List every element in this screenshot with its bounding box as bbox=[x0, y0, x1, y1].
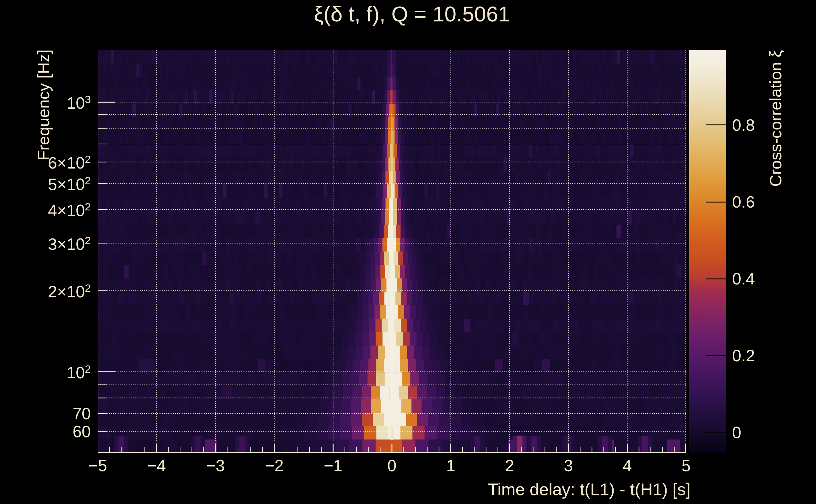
colorbar-label: Cross-correlation ξ bbox=[767, 50, 784, 187]
x-tick-label: −5 bbox=[72, 457, 123, 474]
x-tick-label: −3 bbox=[190, 457, 241, 474]
x-axis-label: Time delay: t(L1) - t(H1) [s] bbox=[488, 481, 691, 498]
x-tick-label: −2 bbox=[249, 457, 300, 474]
colorbar-tick-label: 0.2 bbox=[732, 347, 786, 364]
colorbar-tick-mark bbox=[706, 355, 726, 356]
y-tick-label: 70 bbox=[0, 405, 91, 422]
colorbar-tick-label: 0.6 bbox=[732, 194, 786, 210]
y-tick-label: 2×102 bbox=[0, 283, 91, 300]
colorbar-tick-label: 0.4 bbox=[732, 271, 786, 287]
y-tick-label: 103 bbox=[0, 94, 91, 111]
y-tick-label: 4×102 bbox=[0, 201, 91, 219]
x-tick-label: 0 bbox=[367, 457, 417, 474]
colorbar-tick-mark bbox=[706, 278, 726, 279]
qscan-cross-correlation-figure: ξ(δ t, f), Q = 10.5061 Frequency [Hz] 10… bbox=[0, 0, 816, 504]
colorbar-tick-label: 0 bbox=[732, 424, 786, 441]
x-tick-label: −4 bbox=[131, 457, 182, 474]
x-tick-label: 1 bbox=[426, 457, 476, 474]
y-tick-label: 6×102 bbox=[0, 154, 91, 171]
x-tick-label: 5 bbox=[661, 457, 711, 474]
x-tick-label: 4 bbox=[602, 457, 652, 474]
y-tick-label: 102 bbox=[0, 364, 91, 381]
correlation-heatmap bbox=[98, 50, 686, 453]
y-tick-label: 5×102 bbox=[0, 175, 91, 192]
x-tick-label: −1 bbox=[308, 457, 358, 474]
chart-title: ξ(δ t, f), Q = 10.5061 bbox=[98, 3, 726, 25]
colorbar-tick-mark bbox=[706, 202, 726, 203]
colorbar-tick-mark bbox=[706, 124, 726, 125]
x-tick-label: 3 bbox=[543, 457, 594, 474]
colorbar-gradient bbox=[689, 50, 726, 453]
y-tick-label: 60 bbox=[0, 423, 91, 440]
x-tick-label: 2 bbox=[484, 457, 535, 474]
colorbar-tick-mark bbox=[706, 432, 726, 433]
y-tick-label: 3×102 bbox=[0, 235, 91, 252]
